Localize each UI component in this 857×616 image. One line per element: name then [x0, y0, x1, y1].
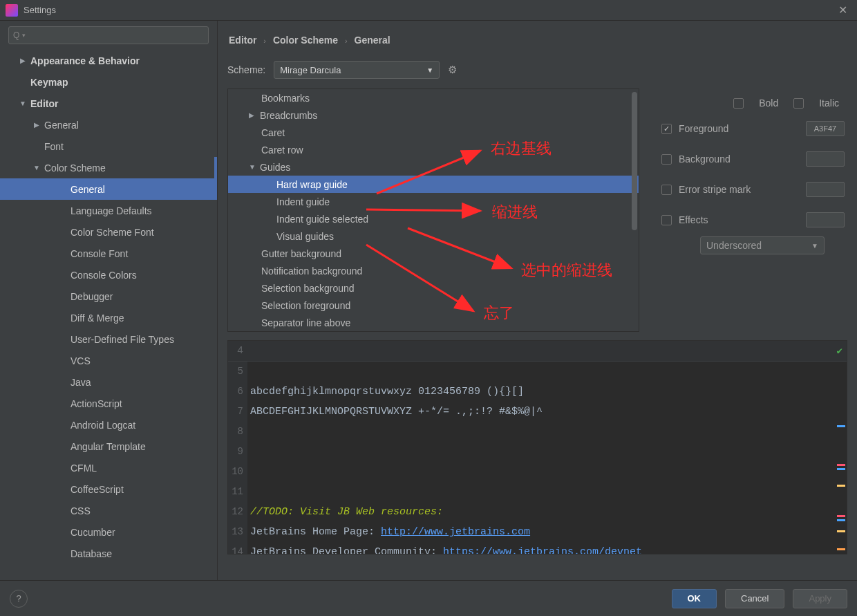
sidebar-item-label: VCS [70, 355, 91, 366]
scheme-label: Scheme: [227, 64, 265, 75]
background-checkbox[interactable] [661, 154, 672, 165]
sidebar-item[interactable]: Color Scheme Font [0, 221, 217, 243]
sidebar-item[interactable]: ▼Color Scheme [0, 157, 217, 178]
search-input[interactable]: Q▾ [8, 26, 209, 44]
sidebar-item[interactable]: Angular Template [0, 436, 217, 457]
foreground-checkbox[interactable] [661, 124, 672, 134]
sidebar-item-label: Color Scheme [44, 162, 106, 174]
bold-label: Bold [759, 97, 778, 109]
code[interactable]: abcdefghijklmnopqrstuvwxyz 0123456789 ()… [250, 362, 833, 554]
effects-swatch[interactable] [806, 212, 845, 227]
settings-tree[interactable]: ▶Appearance & BehaviorKeymap▼Editor▶Gene… [0, 50, 217, 580]
attribute-label: Breadcrumbs [260, 110, 317, 121]
attribute-item[interactable]: Selection background [228, 279, 639, 297]
attribute-item[interactable]: ▶Breadcrumbs [228, 106, 639, 124]
sidebar-item-label: User-Defined File Types [70, 334, 174, 345]
sidebar-item-label: Database [70, 548, 112, 559]
error-stripe-label: Error stripe mark [679, 184, 751, 195]
background-swatch[interactable] [806, 151, 845, 167]
preview-link[interactable]: https://www.jetbrains.com/devnet [443, 546, 642, 554]
attribute-item[interactable]: Caret [228, 124, 639, 141]
sidebar-item[interactable]: User-Defined File Types [0, 328, 217, 350]
attribute-label: Indent guide selected [276, 214, 368, 225]
attribute-item[interactable]: Indent guide selected [228, 210, 639, 227]
attribute-item[interactable]: Gutter background [228, 245, 639, 262]
attribute-item[interactable]: Bookmarks [228, 89, 639, 106]
sidebar-item[interactable]: ▶Appearance & Behavior [0, 50, 217, 71]
code-line [250, 426, 256, 438]
dialog-footer: ? OK Cancel Apply [0, 580, 857, 616]
sidebar-item[interactable]: Debugger [0, 286, 217, 307]
sidebar-item-label: ActionScript [70, 398, 122, 409]
effects-checkbox[interactable] [661, 215, 672, 225]
sidebar-item[interactable]: CSS [0, 500, 217, 521]
sidebar-item-label: Console Colors [70, 270, 137, 281]
sidebar-item[interactable]: Console Colors [0, 264, 217, 286]
sidebar-item-label: Appearance & Behavior [30, 55, 140, 66]
sidebar-item[interactable]: Database [0, 543, 217, 564]
attribute-options: Bold Italic Foreground A3F47 Background … [648, 88, 847, 332]
sidebar-item[interactable]: CFML [0, 457, 217, 478]
attribute-item[interactable]: ▼Guides [228, 158, 639, 176]
effects-select[interactable]: Underscored ▼ [700, 236, 825, 254]
breadcrumb-editor[interactable]: Editor [229, 35, 256, 46]
chevron-down-icon: ▼ [811, 242, 818, 250]
sidebar-item-label: CSS [70, 505, 91, 516]
attribute-label: Caret row [261, 144, 303, 156]
attribute-label: Gutter background [261, 248, 341, 259]
attribute-item[interactable]: Visual guides [228, 227, 639, 245]
effects-label: Effects [679, 214, 708, 225]
apply-button[interactable]: Apply [793, 589, 847, 608]
attribute-item[interactable]: Separator line above [228, 314, 639, 331]
sidebar-item[interactable]: Console Font [0, 243, 217, 264]
attribute-item[interactable]: Notification background [228, 262, 639, 279]
attribute-label: Indent guide [276, 196, 330, 207]
chevron-right-icon: › [341, 37, 352, 45]
sidebar-item-label: General [70, 184, 105, 195]
italic-checkbox[interactable] [793, 98, 804, 109]
attribute-item[interactable]: Hard wrap guide [228, 176, 639, 193]
sidebar-item[interactable]: Language Defaults [0, 200, 217, 221]
cancel-button[interactable]: Cancel [725, 589, 784, 608]
preview-editor: 4 ✔ 567891011121314 abcdefghijklmnopqrst… [227, 340, 847, 554]
breadcrumb-color-scheme[interactable]: Color Scheme [273, 35, 338, 46]
scheme-select[interactable]: Mirage Darcula ▼ [274, 61, 440, 79]
attribute-label: Separator line above [261, 317, 350, 328]
sidebar-item[interactable]: ▼Editor [0, 93, 217, 114]
scheme-value: Mirage Darcula [280, 65, 341, 75]
chevron-icon: ▶ [249, 111, 257, 119]
close-icon[interactable]: ✕ [834, 1, 851, 19]
error-stripe-checkbox[interactable] [661, 185, 672, 195]
sidebar-item[interactable]: Font [0, 136, 217, 157]
sidebar-item-label: Editor [30, 98, 58, 109]
attribute-item[interactable]: Selection foreground [228, 297, 639, 314]
breadcrumb-general[interactable]: General [355, 35, 390, 46]
app-logo-icon [6, 4, 18, 17]
sidebar-item[interactable]: Cucumber [0, 521, 217, 543]
preview-link[interactable]: http://www.jetbrains.com [381, 526, 530, 538]
sidebar-item[interactable]: Android Logcat [0, 414, 217, 436]
sidebar-item[interactable]: ActionScript [0, 393, 217, 414]
scrollbar-thumb[interactable] [632, 92, 637, 230]
sidebar-item[interactable]: Java [0, 371, 217, 393]
gear-icon[interactable]: ⚙ [448, 64, 457, 76]
ok-button[interactable]: OK [672, 589, 717, 608]
body: Q▾ ▶Appearance & BehaviorKeymap▼Editor▶G… [0, 21, 857, 580]
attributes-tree[interactable]: Bookmarks▶BreadcrumbsCaretCaret row▼Guid… [227, 88, 639, 332]
sidebar-item[interactable]: ▶General [0, 114, 217, 136]
gutter: 567891011121314 [228, 362, 247, 554]
error-stripe-swatch[interactable] [806, 182, 845, 197]
foreground-swatch[interactable]: A3F47 [806, 121, 845, 136]
sidebar-item-label: Android Logcat [70, 420, 135, 431]
attribute-item[interactable]: Indent guide [228, 193, 639, 210]
chevron-icon: ▼ [18, 100, 28, 107]
sidebar-item[interactable]: Diff & Merge [0, 307, 217, 328]
bold-checkbox[interactable] [733, 98, 744, 109]
sidebar-item[interactable]: General [0, 178, 217, 200]
sidebar-item[interactable]: Keymap [0, 71, 217, 93]
attribute-item[interactable]: Caret row [228, 141, 639, 158]
sidebar-item[interactable]: CoffeeScript [0, 478, 217, 500]
help-button[interactable]: ? [10, 590, 28, 608]
sidebar-item[interactable]: VCS [0, 350, 217, 371]
content: Editor › Color Scheme › General Scheme: … [218, 21, 857, 580]
